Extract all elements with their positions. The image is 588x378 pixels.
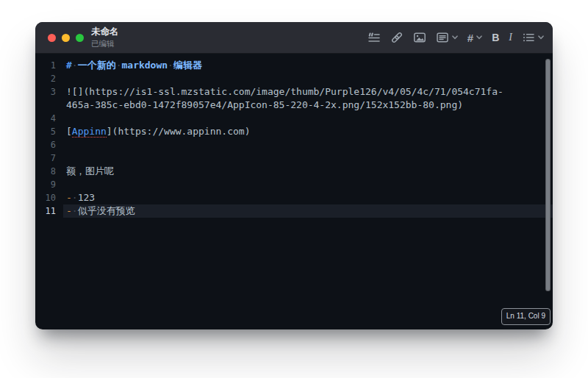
line-number: 1 [35,59,56,72]
image-icon [413,31,426,44]
document-title: 未命名 [91,26,119,38]
line-number: 4 [35,112,56,125]
line-code: -·似乎没有预览 [66,204,135,218]
line-number [35,99,56,112]
editor-line[interactable]: 3![](https://is1-ssl.mzstatic.com/image/… [35,85,553,99]
image-button[interactable] [413,31,426,44]
panel-list-icon [436,31,449,44]
editor-area[interactable]: 1#·一个新的·markdown·编辑器23![](https://is1-ss… [35,53,553,329]
editor-lines: 1#·一个新的·markdown·编辑器23![](https://is1-ss… [35,59,553,218]
line-code: ![](https://is1-ssl.mzstatic.com/image/t… [66,85,503,99]
vertical-scrollbar-thumb[interactable] [545,59,551,291]
zoom-button[interactable] [76,34,84,42]
bold-button[interactable]: B [492,32,499,43]
editor-line[interactable]: 8额，图片呢 [35,165,553,178]
chevron-down-icon [538,35,544,40]
italic-button[interactable]: I [509,32,512,43]
line-code: 465a-385c-ebd0-1472f89057e4/AppIcon-85-2… [66,99,463,112]
italic-icon: I [509,32,512,43]
editor-line[interactable]: 7 [35,151,553,165]
titlebar[interactable]: 未命名 已编辑 [35,22,553,54]
minimize-button[interactable] [62,34,70,42]
editor-line[interactable]: 2 [35,72,553,85]
line-number: 5 [35,125,56,138]
chevron-down-icon [452,35,458,40]
editor-line[interactable]: 4 [35,112,553,125]
bold-icon: B [492,32,499,43]
chevron-down-icon [476,35,482,40]
bullet-list-icon [522,31,535,44]
toolbar: # B I [368,22,544,53]
line-number: 3 [35,85,56,99]
line-code: -·123 [66,191,95,204]
line-number: 2 [35,72,56,85]
editor-line[interactable]: 9 [35,178,553,191]
line-number: 7 [35,151,56,165]
editor-line[interactable]: 1#·一个新的·markdown·编辑器 [35,59,553,72]
link-icon [390,31,404,44]
editor-line[interactable]: 6 [35,138,553,151]
link-button[interactable] [390,31,404,44]
title-block: 未命名 已编辑 [91,26,119,49]
line-number: 9 [35,178,56,191]
editor-line[interactable]: 465a-385c-ebd0-1472f89057e4/AppIcon-85-2… [35,99,553,112]
line-number: 8 [35,165,56,178]
blockquote-button[interactable] [368,31,381,44]
line-number: 11 [35,204,56,218]
line-number: 10 [35,191,56,204]
cursor-position-badge: Ln 11, Col 9 [501,308,551,325]
line-code: [Appinn](https://www.appinn.com) [66,125,250,138]
bullet-list-button[interactable] [522,31,544,44]
line-number: 6 [35,138,56,151]
markdown-editor-window: 未命名 已编辑 [35,22,553,329]
close-button[interactable] [48,34,56,42]
editor-line[interactable]: 10-·123 [35,191,553,204]
editor-line[interactable]: 11-·似乎没有预览 [35,204,553,218]
editor-line[interactable]: 5[Appinn](https://www.appinn.com) [35,125,553,138]
heading-button[interactable]: # [467,32,482,44]
traffic-lights [48,34,84,42]
heading-icon: # [467,32,473,44]
document-edited-status: 已编辑 [91,39,119,49]
line-code: 额，图片呢 [66,165,114,178]
line-code: #·一个新的·markdown·编辑器 [66,59,202,72]
blockquote-icon [368,31,381,44]
insert-panel-button[interactable] [436,31,458,44]
